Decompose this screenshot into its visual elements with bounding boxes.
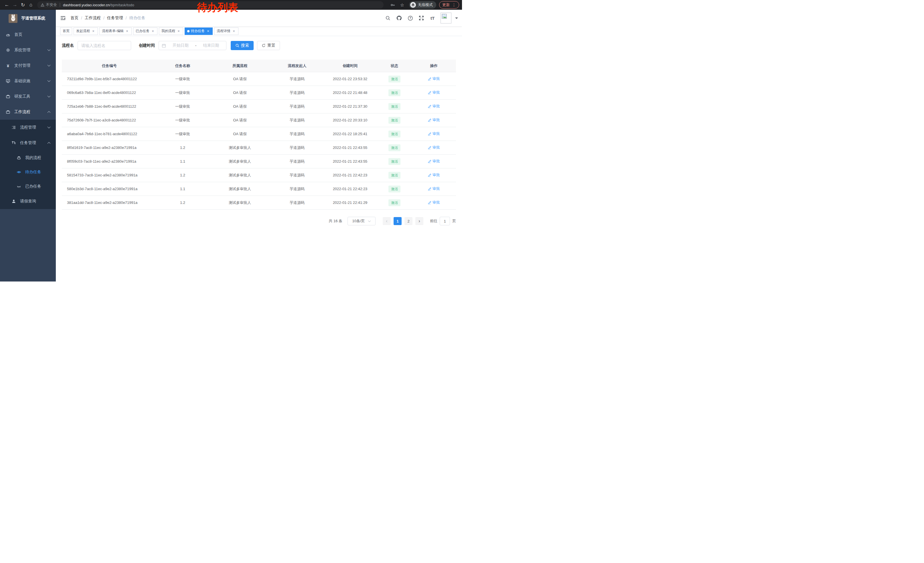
browser-update-button[interactable]: 更新 ⋮ [439,1,459,9]
breadcrumb-home[interactable]: 首页 [70,15,78,21]
robot-icon [16,156,21,160]
sidebar-item-system-management[interactable]: 系统管理 [0,42,56,58]
task-starter: 芋道源码 [272,90,323,95]
browser-forward-button[interactable]: → [11,1,19,9]
sidebar-item-workflow[interactable]: 工作流程 [0,104,56,120]
close-icon[interactable]: × [151,29,155,33]
close-icon[interactable]: × [177,29,181,33]
approve-button[interactable]: 审批 [428,173,440,177]
tab-start-process[interactable]: 发起流程 × [74,27,98,35]
task-id: a6aba0a4-7b6d-11ec-b781-acde48001122 [62,132,157,136]
close-icon[interactable]: × [125,29,129,33]
close-icon[interactable]: × [91,29,95,33]
browser-reload-button[interactable]: ↻ [19,1,27,9]
task-id: 73211d9d-7b9b-11ec-b5b7-acde48001122 [62,77,157,81]
sidebar-item-dev-tools[interactable]: 研发工具 [0,89,56,104]
task-process: 测试多审批人 [208,173,272,178]
close-icon[interactable]: × [232,29,236,33]
help-icon[interactable]: ? [406,14,414,23]
tab-done-tasks[interactable]: 已办任务 × [133,27,158,35]
status-badge: 激活 [388,89,400,96]
prev-page-button[interactable]: ‹ [383,217,391,225]
sidebar-item-done-tasks[interactable]: 已办任务 [0,179,56,194]
browser-menu-icon[interactable]: ⋮ [452,3,456,7]
approve-button[interactable]: 审批 [428,90,440,95]
task-process: 测试多审批人 [208,159,272,164]
col-task-name: 任务名称 [157,63,208,68]
workflow-submenu: 流程管理 任务管理 我的流程 待办任务 [0,120,56,209]
task-id: 381aa1dd-7ac8-11ec-a9e2-a2380e71991a [62,200,157,205]
search-button[interactable]: 搜索 [231,41,254,50]
breadcrumb-workflow[interactable]: 工作流程 [85,15,101,21]
approve-button[interactable]: 审批 [428,76,440,81]
avatar-caret-icon[interactable] [455,18,458,20]
bookmark-star-icon[interactable]: ☆ [398,1,406,9]
table-row: 580e1b3d-7ac8-11ec-a9e2-a2380e71991a 1.1… [62,182,456,196]
font-size-icon[interactable]: tT [428,14,437,23]
github-icon[interactable] [395,14,404,23]
approve-button[interactable]: 审批 [428,117,440,123]
approve-button[interactable]: 审批 [428,200,440,205]
tab-label: 流程表单-编辑 [102,29,124,33]
task-process: OA 请假 [208,118,272,123]
approve-button[interactable]: 审批 [428,104,440,109]
approve-button[interactable]: 审批 [428,159,440,164]
status-badge: 激活 [388,131,400,137]
page-button-2[interactable]: 2 [405,217,412,225]
tags-view: 首页 发起流程 × 流程表单-编辑 × 已办任务 × 我的流程 × 待办任务 × [56,26,462,36]
breadcrumb-task-management[interactable]: 任务管理 [107,15,123,21]
browser-home-button[interactable]: ⌂ [27,1,35,9]
approve-button[interactable]: 审批 [428,145,440,150]
goto-label: 前往 [430,219,437,224]
tab-process-form-edit[interactable]: 流程表单-编辑 × [99,27,132,35]
sidebar-item-home[interactable]: 首页 [0,27,56,42]
approve-label: 审批 [432,90,440,95]
status-badge: 激活 [388,144,400,151]
tab-my-process[interactable]: 我的流程 × [159,27,183,35]
sidebar-item-infrastructure[interactable]: 基础设施 [0,73,56,89]
page-size-select[interactable]: 10条/页 [348,217,375,225]
calendar-icon [162,44,166,48]
tab-process-detail[interactable]: 流程详情 × [214,27,238,35]
sidebar-toggle-button[interactable] [56,10,70,26]
chevron-down-icon [47,65,51,67]
end-date-placeholder[interactable]: 结束日期 [199,43,223,48]
sidebar-item-task-management[interactable]: 任务管理 [0,135,56,151]
sidebar-item-my-process[interactable]: 我的流程 [0,151,56,165]
todo-task-table: 任务编号 任务名称 所属流程 流程发起人 创建时间 状态 操作 73211d9d… [62,60,456,210]
approve-label: 审批 [432,145,440,150]
sidebar-item-leave-query[interactable]: 请假查询 [0,194,56,209]
sidebar-item-todo-tasks[interactable]: 待办任务 [0,165,56,179]
table-row: 069c6a63-7b8a-11ec-8ef0-acde48001122 一级审… [62,86,456,100]
sidebar-item-payment-management[interactable]: ¥ 支付管理 [0,58,56,73]
approve-button[interactable]: 审批 [428,131,440,136]
avatar[interactable] [441,13,452,24]
reset-button[interactable]: 重置 [257,41,280,50]
key-icon[interactable] [390,3,395,8]
approve-button[interactable]: 审批 [428,186,440,191]
logo-row[interactable]: 芋道管理系统 [0,10,56,27]
fullscreen-icon[interactable] [417,14,426,23]
sidebar-item-process-management[interactable]: 流程管理 [0,120,56,135]
page-annotation: 待办列表 [197,1,238,15]
reset-button-label: 重置 [267,43,275,48]
breadcrumb-separator: / [81,16,82,20]
table-header-row: 任务编号 任务名称 所属流程 流程发起人 创建时间 状态 操作 [62,60,456,72]
breadcrumb-separator: / [104,16,105,20]
task-time: 2022-01-21 22:43:55 [323,159,377,164]
next-page-button[interactable]: › [416,217,423,225]
start-date-placeholder[interactable]: 开始日期 [168,43,193,48]
close-icon[interactable]: × [206,29,210,33]
date-range-picker[interactable]: 开始日期 - 结束日期 [159,41,226,50]
table-row: 8f059c03-7ac8-11ec-a9e2-a2380e71991a 1.1… [62,155,456,168]
goto-page-input[interactable] [440,217,450,225]
page-content: 流程名 创建时间 开始日期 - 结束日期 搜索 [56,36,462,281]
process-name-input[interactable] [78,41,131,50]
page-button-1[interactable]: 1 [394,217,402,225]
tab-todo-tasks[interactable]: 待办任务 × [184,27,213,35]
tab-home[interactable]: 首页 [60,27,72,35]
create-time-label: 创建时间 [139,43,155,48]
search-icon[interactable] [384,14,392,23]
browser-back-button[interactable]: ← [3,1,11,9]
task-name: 1.1 [157,187,208,191]
